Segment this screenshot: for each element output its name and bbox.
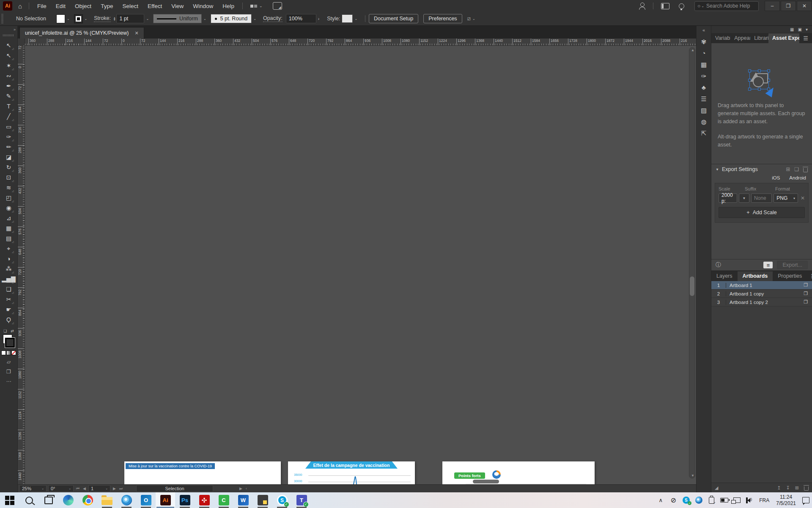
brush-panel-icon[interactable]: ✑ bbox=[701, 70, 707, 82]
cloud-status-icon[interactable]: ⊘ bbox=[667, 492, 680, 508]
last-artboard-icon[interactable]: ⏭ bbox=[119, 486, 123, 491]
chevron-down-icon[interactable]: ⌄ bbox=[67, 17, 70, 21]
illustrator-app[interactable]: Ai bbox=[156, 492, 175, 508]
tab-artboards[interactable]: Artboards bbox=[738, 271, 773, 281]
panel-menu-icon[interactable]: ☰ bbox=[807, 273, 812, 281]
free-transform-tool[interactable]: ◰◿ bbox=[3, 193, 15, 203]
selection-tool[interactable]: ↖◿ bbox=[3, 40, 15, 50]
move-up-icon[interactable]: ↥ bbox=[777, 485, 781, 491]
type-tool[interactable]: T◿ bbox=[3, 101, 15, 111]
scroll-down-icon[interactable]: ▼ bbox=[691, 474, 694, 478]
scroll-right-icon[interactable]: ▶ bbox=[239, 486, 242, 491]
menu-type[interactable]: Type bbox=[96, 3, 118, 9]
battery-icon[interactable] bbox=[718, 492, 730, 508]
resize-grip-icon[interactable]: ◢ bbox=[715, 485, 718, 491]
fill-stroke-control[interactable] bbox=[2, 334, 16, 348]
move-down-icon[interactable]: ↧ bbox=[786, 485, 790, 491]
shape-builder-tool[interactable]: ◉◿ bbox=[3, 203, 15, 213]
previous-artboard-icon[interactable]: ◀ bbox=[83, 486, 86, 491]
toolbar-grip[interactable] bbox=[3, 34, 14, 36]
chevron-down-icon[interactable]: ⌄ bbox=[203, 17, 206, 21]
drag-grip[interactable] bbox=[1, 14, 3, 23]
tab-layers[interactable]: Layers bbox=[711, 271, 738, 281]
android-preset-link[interactable]: Android bbox=[789, 175, 806, 180]
swap-fill-stroke-icon[interactable]: ⇄ bbox=[11, 329, 14, 333]
delete-asset-icon[interactable] bbox=[803, 168, 808, 172]
magic-wand-tool[interactable]: ✶◿ bbox=[3, 61, 15, 71]
lasso-tool[interactable]: ∾◿ bbox=[3, 71, 15, 81]
vertical-ruler[interactable]: 7207214421628836043250457664872079286493… bbox=[18, 46, 25, 484]
panel-tab-appear[interactable]: Appear bbox=[730, 33, 750, 43]
close-button[interactable]: ✕ bbox=[797, 1, 812, 11]
draw-mode-icon[interactable]: ▱ bbox=[7, 359, 11, 365]
scale-input[interactable]: 2000 p: bbox=[719, 193, 737, 203]
tab-properties[interactable]: Properties bbox=[773, 271, 807, 281]
artboard-row[interactable]: 1Artboard 1❐ bbox=[711, 281, 812, 290]
scroll-left-icon[interactable]: ‹ bbox=[246, 486, 247, 491]
duplicate-asset-icon[interactable]: ❏ bbox=[794, 166, 799, 172]
artboard-row[interactable]: 3Artboard 1 copy 2❐ bbox=[711, 298, 812, 306]
opacity-field[interactable]: 100% bbox=[286, 14, 316, 23]
edit-toolbar-icon[interactable]: ⋯ bbox=[6, 378, 11, 384]
clock[interactable]: 11:24 7/5/2021 bbox=[773, 494, 799, 507]
menu-select[interactable]: Select bbox=[118, 3, 143, 9]
canvas[interactable]: 7207214421628836043250457664872079286493… bbox=[18, 46, 696, 484]
zoom-tool[interactable]: Ϙ◿ bbox=[3, 315, 15, 325]
chrome-app[interactable] bbox=[78, 492, 97, 508]
horizontal-ruler[interactable]: 3602882161447207214421628836043250457664… bbox=[25, 39, 696, 45]
toolbar-collapse-icon[interactable]: » bbox=[14, 28, 15, 32]
menu-view[interactable]: View bbox=[167, 3, 188, 9]
collapse-triangle-icon[interactable]: ▼ bbox=[716, 168, 719, 171]
artboard-1-preview[interactable]: Mise à jour sur la vaccination contre la… bbox=[124, 461, 281, 484]
symbol-sprayer-tool[interactable]: ⁂◿ bbox=[3, 264, 15, 274]
brush-definition-dropdown[interactable]: 5 pt. Round bbox=[211, 14, 252, 23]
panel-tab-librari[interactable]: Librari bbox=[750, 33, 768, 43]
lines-panel-icon[interactable]: ☰ bbox=[701, 93, 706, 105]
home-icon[interactable]: ⌂ bbox=[18, 3, 22, 9]
blend-tool[interactable]: ◑◿ bbox=[3, 254, 15, 264]
add-asset-icon[interactable]: ⊞ bbox=[786, 166, 790, 172]
document-setup-button[interactable]: Document Setup bbox=[369, 14, 418, 23]
acrobat-app[interactable]: ✣ bbox=[195, 492, 214, 508]
rectangle-tool[interactable]: ▭◿ bbox=[3, 121, 15, 132]
ios-preset-link[interactable]: iOS bbox=[772, 175, 780, 180]
skype-tray-icon[interactable]: S bbox=[680, 492, 692, 508]
pen-tool[interactable]: ✒◿ bbox=[3, 81, 15, 91]
file-explorer-app[interactable] bbox=[97, 492, 117, 508]
sphere-panel-icon[interactable]: ◍ bbox=[701, 116, 706, 127]
search-button[interactable] bbox=[19, 492, 39, 508]
export-button[interactable]: Export... bbox=[777, 261, 808, 269]
chevron-down-icon[interactable]: ⌄ bbox=[146, 17, 149, 21]
word-app[interactable]: W bbox=[233, 492, 253, 508]
crop-marks-icon[interactable]: ⧄ bbox=[467, 15, 471, 22]
document-tab[interactable]: unicef_infolettre.ai @ 25 % (CMYK/Previe… bbox=[19, 27, 144, 39]
vertical-scroll-thumb[interactable] bbox=[690, 276, 694, 296]
task-view-button[interactable] bbox=[39, 492, 58, 508]
export-panel-icon[interactable]: ⇱ bbox=[701, 127, 707, 139]
camtasia-app[interactable]: C bbox=[214, 492, 233, 508]
width-profile-dropdown[interactable]: Uniform bbox=[153, 14, 202, 23]
artboard-tool[interactable]: ❏◿ bbox=[3, 284, 15, 294]
curvature-tool[interactable]: ✎◿ bbox=[3, 91, 15, 101]
direct-selection-tool[interactable]: ↖◿ bbox=[3, 50, 15, 61]
restore-button[interactable]: ❐ bbox=[781, 1, 796, 11]
hand-tool[interactable]: ☛◿ bbox=[3, 304, 15, 315]
start-button[interactable] bbox=[0, 492, 19, 508]
paintbrush-tool[interactable]: ✑◿ bbox=[3, 132, 15, 142]
teams-app[interactable]: T✓ bbox=[292, 492, 311, 508]
opacity-label[interactable]: Opacity: bbox=[263, 15, 283, 22]
artboard-3-preview[interactable]: Points forts bbox=[442, 461, 595, 484]
dark-app[interactable] bbox=[253, 492, 272, 508]
network-icon[interactable] bbox=[730, 492, 743, 508]
artboard-page-icon[interactable]: ❐ bbox=[804, 299, 812, 305]
menu-help[interactable]: Help bbox=[218, 3, 239, 9]
add-scale-button[interactable]: + Add Scale bbox=[719, 207, 805, 218]
skype-app[interactable]: S✓ bbox=[272, 492, 292, 508]
style-swatch[interactable] bbox=[342, 14, 353, 23]
delete-artboard-icon[interactable] bbox=[804, 486, 809, 491]
next-artboard-icon[interactable]: ▶ bbox=[113, 486, 116, 491]
language-indicator[interactable]: FRA bbox=[756, 497, 773, 503]
chevron-down-icon[interactable]: ⌄ bbox=[472, 17, 475, 21]
photoshop-app[interactable]: Ps bbox=[175, 492, 195, 508]
line-segment-tool[interactable]: ╱◿ bbox=[3, 111, 15, 121]
